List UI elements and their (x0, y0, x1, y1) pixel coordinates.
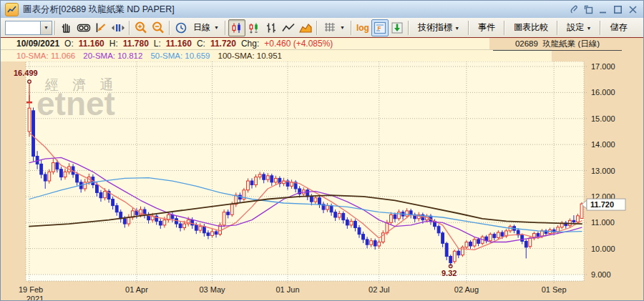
svg-text:16.499: 16.499 (14, 69, 38, 77)
crosshair-pointer-icon[interactable] (92, 19, 109, 36)
log-scale-button[interactable]: log (354, 19, 371, 36)
zoom-in-icon[interactable] (132, 19, 150, 36)
sma-legend-item: 20-SMA: 10.812 (83, 51, 142, 60)
minimize-icon[interactable] (599, 5, 608, 14)
y-axis-labels: 9.00010.00011.00012.00013.00014.00015.00… (591, 62, 615, 279)
popout-icon[interactable] (584, 5, 593, 14)
chevron-down-icon: ▼ (340, 25, 345, 30)
quote-bar: 10/09/2021 O:11.160 H:11.780 L:11.160 C:… (1, 38, 644, 61)
combo-dropdown-icon[interactable]: ▼ (40, 21, 52, 34)
area-chart-button[interactable] (297, 19, 314, 36)
stock-code: 02689 (515, 39, 538, 48)
chart-compare-button[interactable]: 圖表比較 (507, 21, 555, 34)
svg-text:19 Feb: 19 Feb (19, 285, 43, 294)
close-value: 11.720 (210, 39, 236, 49)
svg-text:11.720: 11.720 (590, 200, 614, 209)
app-chart-icon (5, 3, 19, 16)
svg-text:9.000: 9.000 (591, 270, 611, 279)
svg-text:10.000: 10.000 (591, 245, 615, 253)
technical-indicators-button[interactable]: 技術指標 ▼ (411, 21, 466, 34)
ohlc-candle-button[interactable] (245, 19, 263, 36)
maximize-icon[interactable] (613, 5, 623, 14)
sma-legend-item: 10-SMA: 11.066 (16, 51, 75, 60)
svg-text:16.000: 16.000 (591, 88, 615, 97)
chevron-down-icon: ▼ (454, 26, 459, 31)
chart-analysis-window: 圖表分析[02689 玖龍紙業 ND PAPER] ▼ 日線▼ (0, 0, 644, 301)
svg-text:9.32: 9.32 (441, 269, 457, 277)
high-value: 11.780 (123, 39, 149, 49)
pan-hand-icon[interactable] (58, 19, 75, 36)
events-button[interactable]: 事件 (472, 21, 502, 34)
settings-button[interactable]: 設定 ▼ (560, 21, 597, 34)
svg-text:01 Jun: 01 Jun (275, 285, 299, 294)
bar-chart-button[interactable] (263, 19, 280, 36)
chevron-down-icon: ▼ (587, 26, 592, 31)
svg-text:13.000: 13.000 (591, 167, 615, 175)
history-clock-icon[interactable] (172, 19, 190, 36)
change-value: +0.460 (+4.085%) (264, 39, 333, 49)
x-axis-labels: 19 Feb202101 Apr03 May01 Jun02 Jul02 Aug… (19, 285, 567, 301)
binoculars-icon[interactable] (75, 19, 92, 36)
bottom-strip (26, 275, 584, 281)
sma-legend: 10-SMA: 11.066 20-SMA: 10.812 50-SMA: 10… (16, 51, 282, 60)
bar-spacing-icon[interactable] (109, 19, 127, 36)
candlestick-chart-button[interactable] (228, 19, 245, 36)
title-bar: 圖表分析[02689 玖龍紙業 ND PAPER] (1, 1, 643, 18)
candlestick-chart[interactable]: 經 濟 通etnet9.00010.00011.00012.00013.0001… (1, 61, 644, 301)
etnet-watermark: 經 濟 通etnet (36, 77, 119, 122)
svg-text:14.000: 14.000 (591, 140, 615, 149)
quote-date: 10/09/2021 (16, 39, 59, 49)
window-title: 圖表分析[02689 玖龍紙業 ND PAPER] (23, 4, 565, 16)
stock-label: 02689 玖龍紙業 (日線) (493, 39, 622, 51)
svg-text:02 Jul: 02 Jul (369, 285, 389, 294)
sma-legend-item: 100-SMA: 10.951 (218, 51, 282, 60)
zoom-out-icon[interactable] (150, 19, 167, 36)
last-price-tag: 11.720 (582, 199, 625, 210)
open-value: 11.160 (79, 39, 104, 49)
svg-text:2021: 2021 (26, 295, 44, 301)
chart-canvas[interactable]: 經 濟 通etnet9.00010.00011.00012.00013.0001… (1, 61, 644, 301)
fullscreen-layout-button[interactable]: F (371, 19, 389, 36)
toolbar: ▼ 日線▼ ▼ log F 技術指標 ▼ 事件 圖表比較 設定 ▼ 儲存 (1, 18, 643, 38)
svg-text:11.000: 11.000 (591, 218, 615, 227)
svg-text:17.000: 17.000 (591, 62, 615, 71)
ohlc-readout: 10/09/2021 O:11.160 H:11.780 L:11.160 C:… (16, 39, 333, 49)
line-chart-button[interactable] (280, 19, 297, 36)
sma-legend-item: 50-SMA: 10.659 (150, 51, 210, 60)
svg-text:03 May: 03 May (199, 285, 225, 294)
svg-text:01 Sep: 01 Sep (542, 285, 567, 294)
attach-icon[interactable] (570, 5, 578, 14)
save-button[interactable]: 儲存 (603, 21, 633, 34)
grid-style-dropdown[interactable]: ▼ (320, 22, 348, 34)
low-value: 11.160 (166, 39, 192, 49)
svg-text:02 Aug: 02 Aug (454, 285, 479, 294)
chevron-down-icon: ▼ (214, 25, 219, 30)
close-icon[interactable] (628, 5, 638, 14)
svg-text:F: F (377, 24, 381, 31)
export-download-button[interactable] (389, 19, 406, 36)
symbol-input[interactable]: ▼ (5, 21, 52, 35)
interval-dropdown[interactable]: 日線▼ (190, 21, 223, 34)
svg-text:01 Apr: 01 Apr (125, 285, 148, 294)
stock-name: 玖龍紙業 (日線) (542, 39, 600, 48)
svg-text:etnet: etnet (36, 85, 115, 122)
svg-text:15.000: 15.000 (591, 114, 615, 123)
